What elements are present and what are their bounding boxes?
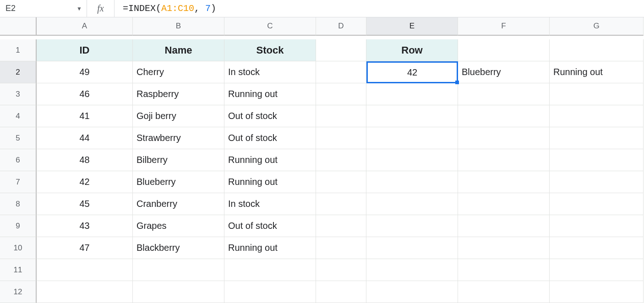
selection-fill-handle[interactable] [455,81,459,84]
cell-G8[interactable] [550,193,644,215]
cell-G2[interactable]: Running out [550,61,644,83]
col-header-F[interactable]: F [458,17,550,36]
cell-G7[interactable] [550,171,644,193]
cell-C9[interactable]: Out of stock [224,215,316,237]
row-header-10[interactable]: 10 [0,237,37,259]
cell-E11[interactable] [366,259,458,281]
cell-E7[interactable] [366,171,458,193]
row-header-12[interactable]: 12 [0,281,37,303]
cell-D11[interactable] [316,259,366,281]
cell-F10[interactable] [458,237,550,259]
cell-G5[interactable] [550,127,644,149]
cell-B12[interactable] [133,281,224,303]
cell-C2[interactable]: In stock [224,61,316,83]
cell-E9[interactable] [366,215,458,237]
cell-F5[interactable] [458,127,550,149]
cell-D7[interactable] [316,171,366,193]
cell-D1[interactable] [316,39,366,61]
cell-E4[interactable] [366,105,458,127]
row-header-8[interactable]: 8 [0,193,37,215]
formula-input[interactable]: =INDEX(A1:C10, 7) [115,0,644,17]
cell-C1[interactable]: Stock [224,39,316,61]
name-box[interactable]: E2 ▼ [0,0,87,17]
row-header-9[interactable]: 9 [0,215,37,237]
cell-A3[interactable]: 46 [37,83,133,105]
cell-A8[interactable]: 45 [37,193,133,215]
col-header-G[interactable]: G [550,17,644,36]
cell-F3[interactable] [458,83,550,105]
cell-B5[interactable]: Strawberry [133,127,224,149]
cell-A5[interactable]: 44 [37,127,133,149]
cell-A2[interactable]: 49 [37,61,133,83]
cell-C7[interactable]: Running out [224,171,316,193]
cell-F8[interactable] [458,193,550,215]
col-header-E[interactable]: E [366,17,458,36]
cell-B8[interactable]: Cranberry [133,193,224,215]
cell-F12[interactable] [458,281,550,303]
cell-B6[interactable]: Bilberry [133,149,224,171]
cell-G3[interactable] [550,83,644,105]
cell-F1[interactable] [458,39,550,61]
cell-D10[interactable] [316,237,366,259]
row-header-7[interactable]: 7 [0,171,37,193]
cell-C4[interactable]: Out of stock [224,105,316,127]
cell-E1[interactable]: Row [366,39,458,61]
row-header-2[interactable]: 2 [0,61,37,83]
cell-G10[interactable] [550,237,644,259]
cell-G6[interactable] [550,149,644,171]
cell-B3[interactable]: Raspberry [133,83,224,105]
cell-C10[interactable]: Running out [224,237,316,259]
cell-B4[interactable]: Goji berry [133,105,224,127]
col-header-D[interactable]: D [316,17,366,36]
cell-G9[interactable] [550,215,644,237]
cell-A10[interactable]: 47 [37,237,133,259]
cell-D9[interactable] [316,215,366,237]
cell-B11[interactable] [133,259,224,281]
cell-B2[interactable]: Cherry [133,61,224,83]
row-header-11[interactable]: 11 [0,259,37,281]
cell-A9[interactable]: 43 [37,215,133,237]
cell-D4[interactable] [316,105,366,127]
cell-D6[interactable] [316,149,366,171]
row-header-4[interactable]: 4 [0,105,37,127]
cell-B9[interactable]: Grapes [133,215,224,237]
cell-G11[interactable] [550,259,644,281]
cell-A12[interactable] [37,281,133,303]
spreadsheet-grid[interactable]: A B C D E F G 1 ID Name Stock Row 2 49 C… [0,17,644,303]
cell-E6[interactable] [366,149,458,171]
cell-C6[interactable]: Running out [224,149,316,171]
cell-G1[interactable] [550,39,644,61]
select-all-corner[interactable] [0,17,37,36]
cell-F11[interactable] [458,259,550,281]
col-header-A[interactable]: A [37,17,133,36]
cell-G12[interactable] [550,281,644,303]
cell-C5[interactable]: Out of stock [224,127,316,149]
cell-G4[interactable] [550,105,644,127]
cell-F2[interactable]: Blueberry [458,61,550,83]
cell-E3[interactable] [366,83,458,105]
cell-D5[interactable] [316,127,366,149]
cell-D12[interactable] [316,281,366,303]
cell-E12[interactable] [366,281,458,303]
col-header-C[interactable]: C [224,17,316,36]
cell-A6[interactable]: 48 [37,149,133,171]
row-header-5[interactable]: 5 [0,127,37,149]
cell-B1[interactable]: Name [133,39,224,61]
cell-A1[interactable]: ID [37,39,133,61]
cell-F7[interactable] [458,171,550,193]
row-header-6[interactable]: 6 [0,149,37,171]
cell-D2[interactable] [316,61,366,83]
cell-F6[interactable] [458,149,550,171]
col-header-B[interactable]: B [133,17,224,36]
cell-A4[interactable]: 41 [37,105,133,127]
cell-D8[interactable] [316,193,366,215]
cell-C12[interactable] [224,281,316,303]
cell-D3[interactable] [316,83,366,105]
cell-E2-selected[interactable]: 42 [366,61,458,83]
cell-E5[interactable] [366,127,458,149]
cell-A7[interactable]: 42 [37,171,133,193]
cell-E10[interactable] [366,237,458,259]
cell-F4[interactable] [458,105,550,127]
cell-E8[interactable] [366,193,458,215]
row-header-3[interactable]: 3 [0,83,37,105]
